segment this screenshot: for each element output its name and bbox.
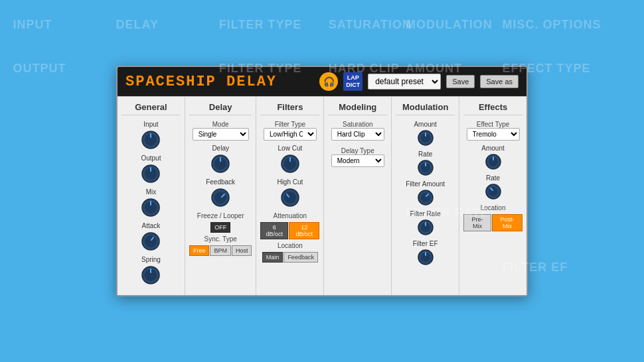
output-label: Output bbox=[141, 154, 161, 162]
input-label: Input bbox=[143, 121, 158, 128]
save-as-button[interactable]: Save as bbox=[480, 75, 519, 88]
effect-type-select[interactable]: Tremolo Chorus Flanger Phaser bbox=[467, 128, 520, 141]
fx-amount-container: Amount bbox=[463, 145, 523, 170]
section-modeling: Modeling Saturation Hard Clip Soft Clip … bbox=[324, 97, 392, 295]
filter-ef-label: Filter EF bbox=[413, 240, 438, 247]
freeze-off-btn[interactable]: OFF bbox=[210, 222, 230, 233]
bg-label-misc: Misc. Options bbox=[503, 18, 602, 32]
fx-amount-label: Amount bbox=[481, 145, 504, 152]
sync-host-btn[interactable]: Host bbox=[232, 245, 252, 256]
delay-title: Delay bbox=[189, 102, 252, 115]
mod-amount-container: Amount bbox=[396, 121, 455, 147]
filter-amount-label: Filter Amount bbox=[406, 180, 445, 188]
mode-label: Mode bbox=[189, 121, 252, 128]
high-cut-knob-container: High Cut bbox=[260, 178, 319, 208]
fx-amount-knob[interactable] bbox=[485, 153, 502, 170]
bg-label-saturation: Saturation bbox=[329, 18, 412, 32]
plugin-window: SPACESHIP DELAY 🎧 LAP DICT default prese… bbox=[116, 66, 528, 296]
plugin-header: SPACESHIP DELAY 🎧 LAP DICT default prese… bbox=[118, 67, 526, 96]
feedback-knob-container: Feedback bbox=[189, 178, 252, 208]
sync-label: Sync. Type bbox=[189, 235, 252, 243]
filter-ef-container: Filter EF bbox=[396, 240, 455, 266]
section-modulation: Modulation Amount Rate Filter Amount bbox=[392, 97, 459, 295]
save-button[interactable]: Save bbox=[446, 75, 475, 88]
fx-rate-label: Rate bbox=[486, 174, 500, 182]
feedback-knob[interactable] bbox=[210, 187, 231, 208]
bg-label-delay: Delay bbox=[116, 18, 159, 32]
feedback-label: Feedback bbox=[206, 178, 235, 186]
logo-badge: LAP DICT bbox=[343, 72, 362, 91]
general-title: General bbox=[121, 102, 181, 115]
mod-amount-knob[interactable] bbox=[417, 129, 434, 147]
mod-rate-label: Rate bbox=[418, 151, 432, 158]
fx-rate-container: Rate bbox=[463, 174, 523, 200]
section-effects: Effects Effect Type Tremolo Chorus Flang… bbox=[459, 97, 526, 295]
sync-bpm-btn[interactable]: BPM bbox=[210, 245, 231, 256]
effect-type-label: Effect Type bbox=[463, 121, 523, 128]
bg-label-output: Output bbox=[13, 62, 66, 76]
mod-rate-knob[interactable] bbox=[417, 159, 434, 176]
low-cut-label: Low Cut bbox=[278, 145, 303, 152]
spring-knob[interactable] bbox=[140, 265, 161, 286]
filter-rate-knob[interactable] bbox=[417, 219, 434, 236]
filter-amount-knob[interactable] bbox=[417, 189, 434, 206]
sync-free-btn[interactable]: Free bbox=[189, 245, 210, 256]
sync-btn-group: Free BPM Host bbox=[189, 245, 252, 256]
fx-rate-knob[interactable] bbox=[485, 183, 502, 200]
delay-knob-container: Delay bbox=[189, 145, 252, 174]
attack-knob-container: Attack bbox=[121, 222, 181, 252]
mod-rate-container: Rate bbox=[396, 151, 455, 176]
postmix-btn[interactable]: Post-Mix bbox=[492, 214, 523, 231]
high-cut-knob[interactable] bbox=[280, 187, 301, 208]
attenuation-btn-group: 6 dB/oct 12 dB/oct bbox=[260, 222, 319, 239]
filter-amount-container: Filter Amount bbox=[396, 180, 455, 206]
saturation-label: Saturation bbox=[328, 121, 387, 128]
loc-main-btn[interactable]: Main bbox=[262, 252, 283, 263]
input-knob-container: Input bbox=[121, 121, 181, 151]
filter-location-btn-group: Main Feedback bbox=[260, 252, 319, 263]
filter-ef-knob[interactable] bbox=[417, 249, 434, 266]
input-knob[interactable] bbox=[140, 129, 161, 151]
spring-knob-container: Spring bbox=[121, 256, 181, 286]
filter-location-label: Location bbox=[260, 242, 319, 249]
section-delay: Delay Mode Single Ping Pong Dual Delay F… bbox=[185, 97, 257, 295]
section-general: General Input Output Mix Attack bbox=[118, 97, 185, 295]
saturation-select[interactable]: Hard Clip Soft Clip Tape Tube bbox=[331, 128, 384, 141]
plugin-title: SPACESHIP DELAY bbox=[125, 74, 314, 90]
preset-select[interactable]: default preset bbox=[368, 74, 441, 90]
mode-select[interactable]: Single Ping Pong Dual bbox=[193, 128, 249, 141]
filter-rate-container: Filter Rate bbox=[396, 210, 455, 236]
freeze-btn-group: OFF bbox=[189, 222, 252, 233]
low-cut-knob-container: Low Cut bbox=[260, 145, 319, 174]
atten-6db-btn[interactable]: 6 dB/oct bbox=[260, 222, 288, 239]
svg-point-25 bbox=[284, 192, 296, 204]
output-knob-container: Output bbox=[121, 154, 181, 184]
delay-knob-label: Delay bbox=[212, 145, 229, 152]
section-filters: Filters Filter Type Low/High Cut Low Cut… bbox=[256, 97, 324, 295]
headphone-icon: 🎧 bbox=[319, 72, 338, 91]
mix-label: Mix bbox=[146, 188, 157, 196]
bg-label-filter-type: Filter Type bbox=[219, 18, 302, 32]
loc-feedback-btn[interactable]: Feedback bbox=[283, 252, 318, 263]
fx-location-btn-group: Pre-Mix Post-Mix bbox=[463, 214, 523, 231]
filter-type-select[interactable]: Low/High Cut Low Cut High Cut bbox=[264, 128, 317, 141]
filters-title: Filters bbox=[260, 102, 319, 115]
delay-type-select[interactable]: Modern Vintage Tape bbox=[331, 154, 384, 167]
delay-type-label: Delay Type bbox=[328, 147, 387, 154]
output-knob[interactable] bbox=[140, 163, 161, 184]
atten-12db-btn[interactable]: 12 dB/oct bbox=[289, 222, 319, 239]
mix-knob[interactable] bbox=[140, 197, 161, 218]
modeling-title: Modeling bbox=[328, 102, 387, 115]
svg-point-19 bbox=[214, 192, 226, 204]
modulation-title: Modulation bbox=[396, 102, 455, 115]
low-cut-knob[interactable] bbox=[280, 153, 301, 174]
premix-btn[interactable]: Pre-Mix bbox=[463, 214, 491, 231]
attack-label: Attack bbox=[142, 222, 161, 229]
freeze-label: Freeze / Looper bbox=[189, 212, 252, 219]
mod-amount-label: Amount bbox=[414, 121, 436, 128]
delay-knob[interactable] bbox=[210, 153, 231, 174]
sections-row: General Input Output Mix Attack bbox=[118, 96, 526, 295]
fx-location-label: Location bbox=[463, 204, 523, 211]
attack-knob[interactable] bbox=[140, 231, 161, 252]
filter-type-label: Filter Type bbox=[260, 121, 319, 128]
